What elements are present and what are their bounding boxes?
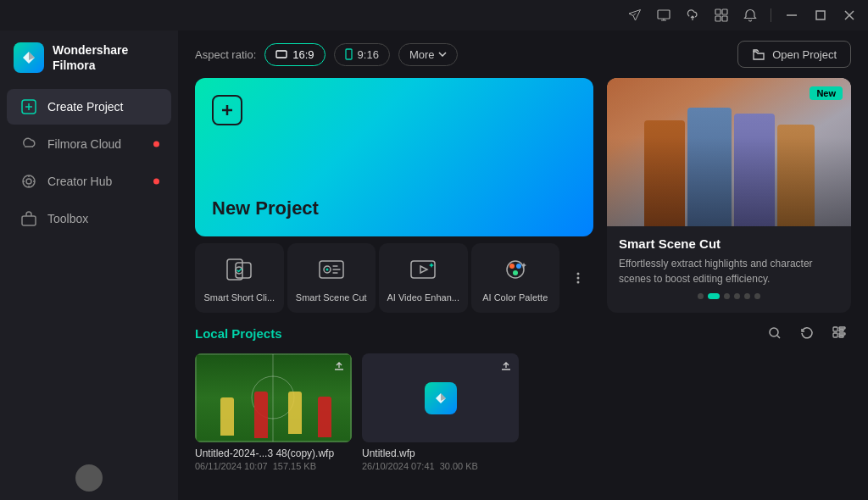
- project-thumb-0: [195, 353, 352, 442]
- project-name-0: Untitled-2024-...3 48(copy).wfp: [195, 447, 352, 459]
- carousel-dot-0[interactable]: [698, 293, 704, 299]
- svg-rect-12: [22, 216, 36, 225]
- image-overlay: [607, 78, 851, 226]
- main-content: Aspect ratio: 16:9 9:16 More: [178, 31, 868, 500]
- ai-color-palette-icon: [499, 253, 531, 286]
- feature-card-ai-video-enhance[interactable]: AI Video Enhan...: [379, 243, 468, 313]
- right-panel-title: Smart Scene Cut: [619, 236, 839, 251]
- more-features-button[interactable]: [563, 243, 593, 313]
- titlebar-icons: [623, 3, 861, 27]
- maximize-button[interactable]: [809, 3, 832, 27]
- svg-rect-14: [346, 49, 352, 59]
- svg-point-10: [23, 175, 35, 187]
- sidebar-item-filmora-cloud[interactable]: Filmora Cloud: [7, 126, 171, 162]
- new-badge: New: [810, 86, 843, 100]
- project-meta-1: 26/10/2024 07:41 30.00 KB: [362, 461, 519, 471]
- aspect-ratio-label: Aspect ratio:: [195, 48, 256, 61]
- upload-cloud-icon[interactable]: [681, 3, 704, 27]
- sidebar-item-create-project[interactable]: Create Project: [7, 89, 171, 125]
- svg-point-25: [513, 270, 518, 275]
- minimize-button[interactable]: [780, 3, 804, 27]
- new-project-title: New Project: [212, 197, 576, 219]
- player-red-1: [254, 392, 268, 438]
- grid-icon[interactable]: [709, 3, 733, 27]
- close-button[interactable]: [837, 3, 861, 27]
- upload-icon-0: [333, 360, 345, 375]
- aspect-ratio-area: Aspect ratio: 16:9 9:16 More: [195, 43, 458, 66]
- right-panel: New Smart Scene Cut Effortlessly extract…: [607, 78, 851, 313]
- smart-short-cli-icon: [223, 253, 255, 286]
- svg-rect-32: [839, 330, 843, 331]
- logo-area: Wondershare Filmora: [0, 31, 178, 88]
- upload-icon-1: [500, 360, 512, 375]
- right-panel-description: Effortlessly extract highlights and char…: [619, 256, 839, 286]
- svg-point-20: [326, 269, 328, 271]
- carousel-dot-4[interactable]: [744, 293, 750, 299]
- refresh-projects-button[interactable]: [795, 321, 819, 345]
- search-projects-button[interactable]: [763, 321, 787, 345]
- sidebar-label-toolbox: Toolbox: [47, 212, 88, 225]
- svg-point-29: [770, 328, 778, 336]
- aspect-ratio-9-16[interactable]: 9:16: [334, 43, 390, 66]
- local-projects-title: Local Projects: [195, 326, 282, 341]
- app-name: Wondershare Filmora: [53, 42, 128, 73]
- view-toggle-button[interactable]: [827, 321, 851, 345]
- project-meta-0: 06/11/2024 10:07 157.15 KB: [195, 461, 352, 471]
- player-yellow-1: [220, 397, 234, 436]
- ai-video-enhance-icon: [407, 253, 439, 286]
- local-projects-actions: [763, 321, 851, 345]
- feature-card-smart-scene-cut[interactable]: Smart Scene Cut: [287, 243, 376, 313]
- bell-icon[interactable]: [738, 3, 762, 27]
- more-aspect-button[interactable]: More: [398, 43, 458, 66]
- monitor-icon[interactable]: [652, 3, 676, 27]
- right-panel-image: New: [607, 78, 851, 226]
- project-size-1: 30.00 KB: [440, 461, 478, 471]
- aspect-16-9-label: 16:9: [292, 48, 314, 61]
- hero-area: New Project Smart Short C: [178, 78, 868, 321]
- svg-rect-33: [833, 333, 837, 337]
- project-thumb-1: [362, 353, 519, 442]
- local-projects-header: Local Projects: [195, 321, 851, 345]
- player-yellow-2: [288, 392, 302, 434]
- more-label: More: [409, 48, 435, 61]
- project-date-0: 06/11/2024 10:07: [195, 461, 268, 471]
- svg-point-27: [577, 277, 580, 280]
- user-avatar[interactable]: [75, 464, 103, 492]
- svg-point-11: [26, 179, 31, 184]
- svg-rect-30: [833, 327, 837, 331]
- field-lines: [195, 353, 352, 442]
- feature-card-ai-color-palette[interactable]: AI Color Palette: [471, 243, 560, 313]
- ai-video-enhance-label: AI Video Enhan...: [386, 292, 461, 303]
- project-card-0[interactable]: Untitled-2024-...3 48(copy).wfp 06/11/20…: [195, 353, 352, 471]
- aspect-ratio-16-9[interactable]: 16:9: [264, 43, 325, 66]
- sidebar-item-toolbox[interactable]: Toolbox: [7, 201, 171, 236]
- smart-scene-cut-icon: [315, 253, 348, 286]
- left-hero: New Project Smart Short C: [195, 78, 593, 313]
- sidebar-item-creator-hub[interactable]: Creator Hub: [7, 164, 171, 199]
- send-icon[interactable]: [623, 3, 647, 27]
- open-project-button[interactable]: Open Project: [737, 41, 851, 68]
- creator-hub-notification-dot: [153, 179, 159, 185]
- smart-short-cli-label: Smart Short Cli...: [202, 292, 277, 303]
- hero-image-bg: [607, 78, 851, 226]
- player-red-2: [318, 397, 331, 437]
- svg-rect-0: [658, 10, 670, 19]
- feature-card-smart-short-cli[interactable]: Smart Short Cli...: [195, 243, 284, 313]
- carousel-dot-2[interactable]: [724, 293, 730, 299]
- carousel-dots: [619, 286, 839, 303]
- feature-cards-row: Smart Short Cli... Smart Scene Cut: [195, 243, 593, 313]
- carousel-dot-3[interactable]: [734, 293, 740, 299]
- separator: [771, 8, 771, 22]
- sidebar: Wondershare Filmora Create Project Filmo…: [0, 31, 178, 500]
- svg-point-24: [516, 264, 521, 269]
- new-project-card[interactable]: New Project: [195, 78, 593, 236]
- app-body: Wondershare Filmora Create Project Filmo…: [0, 31, 868, 500]
- svg-rect-6: [816, 11, 825, 19]
- svg-rect-31: [839, 327, 845, 329]
- project-card-1[interactable]: Untitled.wfp 26/10/2024 07:41 30.00 KB: [362, 353, 519, 471]
- carousel-dot-1[interactable]: [708, 293, 720, 299]
- carousel-dot-5[interactable]: [754, 293, 760, 299]
- svg-rect-34: [839, 333, 845, 335]
- ai-color-palette-label: AI Color Palette: [478, 292, 554, 303]
- filmora-cloud-notification-dot: [153, 142, 159, 147]
